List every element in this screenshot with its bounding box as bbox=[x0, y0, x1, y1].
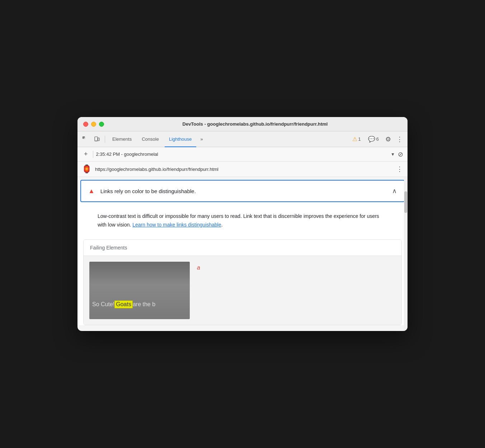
main-content: ▲ Links rely on color to be distinguisha… bbox=[77, 180, 408, 325]
thumb-suffix: are the b bbox=[133, 301, 155, 308]
screenshot-thumbnail: So Cute! Goats are the b bbox=[89, 262, 190, 319]
select-tool-icon[interactable] bbox=[80, 134, 90, 144]
minimize-button[interactable] bbox=[91, 122, 96, 127]
scrollbar-track[interactable] bbox=[404, 177, 408, 331]
tab-more-button[interactable]: » bbox=[198, 131, 206, 147]
settings-icon[interactable]: ⚙ bbox=[383, 134, 393, 144]
comment-badge[interactable]: 💬 6 bbox=[365, 135, 382, 143]
tab-elements[interactable]: Elements bbox=[108, 131, 136, 147]
svg-rect-4 bbox=[98, 138, 99, 141]
failing-section: Failing Elements So Cute! Goats are the … bbox=[83, 239, 402, 325]
lighthouse-favicon: 🏮 bbox=[82, 164, 91, 174]
chevron-up-icon[interactable]: ∧ bbox=[392, 187, 397, 195]
thumb-prefix: So Cute! bbox=[92, 301, 114, 308]
secondary-toolbar: + 2:35:42 PM - googlechromelal ▼ ⊘ bbox=[77, 147, 408, 162]
thumb-highlighted-word: Goats bbox=[114, 300, 133, 308]
a-element-indicator: a bbox=[197, 262, 200, 271]
tab-console[interactable]: Console bbox=[137, 131, 163, 147]
svg-rect-2 bbox=[83, 137, 85, 139]
sep-v-1 bbox=[93, 151, 93, 158]
page-url: https://googlechromelabs.github.io/frien… bbox=[95, 167, 393, 172]
description-block: Low-contrast text is difficult or imposs… bbox=[77, 205, 408, 237]
devtools-body: ▲ Links rely on color to be distinguisha… bbox=[77, 177, 408, 331]
failing-body: So Cute! Goats are the b a bbox=[84, 256, 401, 325]
comment-icon: 💬 bbox=[368, 136, 375, 143]
alert-row[interactable]: ▲ Links rely on color to be distinguisha… bbox=[80, 180, 405, 202]
url-display: 2:35:42 PM - googlechromelal bbox=[96, 151, 388, 157]
clear-button[interactable]: ⊘ bbox=[398, 150, 403, 158]
device-toolbar-icon[interactable] bbox=[92, 134, 102, 144]
thumb-text-row: So Cute! Goats are the b bbox=[89, 300, 190, 308]
toolbar-sep-1 bbox=[105, 136, 105, 143]
maximize-button[interactable] bbox=[99, 122, 104, 127]
devtools-window: DevTools - googlechromelabs.github.io/fr… bbox=[77, 117, 408, 331]
warning-icon: ⚠ bbox=[352, 136, 357, 143]
traffic-lights bbox=[83, 122, 104, 127]
close-button[interactable] bbox=[83, 122, 88, 127]
alert-triangle-icon: ▲ bbox=[88, 187, 95, 195]
comment-count: 6 bbox=[376, 136, 379, 142]
dropdown-arrow[interactable]: ▼ bbox=[391, 152, 395, 157]
failing-header: Failing Elements bbox=[84, 240, 401, 256]
url-more-icon[interactable]: ⋮ bbox=[396, 165, 403, 173]
add-button[interactable]: + bbox=[82, 150, 90, 159]
scrollbar-thumb[interactable] bbox=[404, 191, 407, 213]
tab-lighthouse[interactable]: Lighthouse bbox=[165, 131, 196, 147]
warning-badge[interactable]: ⚠ 1 bbox=[349, 135, 364, 143]
svg-rect-3 bbox=[95, 137, 98, 141]
description-text2: . bbox=[221, 222, 223, 228]
devtools-toolbar: Elements Console Lighthouse » ⚠ 1 💬 6 ⚙ … bbox=[77, 131, 408, 147]
alert-title: Links rely on color to be distinguishabl… bbox=[100, 188, 392, 194]
thumb-overlay bbox=[89, 262, 190, 319]
more-menu-icon[interactable]: ⋮ bbox=[395, 134, 405, 144]
title-bar: DevTools - googlechromelabs.github.io/fr… bbox=[77, 117, 408, 131]
description-link[interactable]: Learn how to make links distinguishable bbox=[132, 222, 221, 228]
url-bar: 🏮 https://googlechromelabs.github.io/fri… bbox=[77, 162, 408, 177]
window-title: DevTools - googlechromelabs.github.io/fr… bbox=[108, 121, 402, 127]
warning-count: 1 bbox=[358, 136, 361, 142]
